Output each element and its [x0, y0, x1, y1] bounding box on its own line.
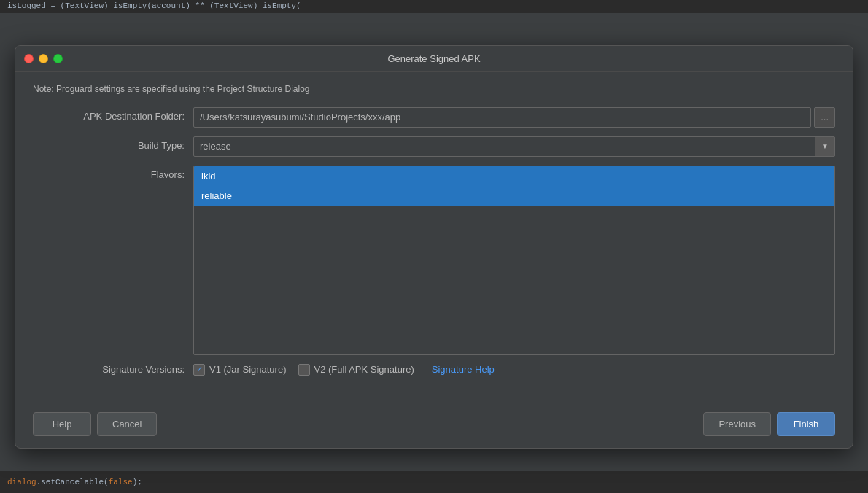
signature-label: Signature Versions: [33, 364, 193, 375]
v2-checkbox-wrap[interactable]: V2 (Full APK Signature) [298, 364, 414, 376]
destination-label: APK Destination Folder: [33, 107, 193, 122]
build-type-select[interactable]: release debug [193, 136, 835, 157]
destination-row: APK Destination Folder: ... [33, 107, 835, 128]
v1-checkbox[interactable]: ✓ [193, 364, 205, 376]
window-controls [24, 54, 63, 63]
flavors-list[interactable]: ikid reliable [193, 166, 835, 355]
destination-control: ... [193, 107, 835, 128]
note-text: Note: Proguard settings are specified us… [33, 84, 835, 94]
destination-input[interactable] [193, 107, 811, 128]
flavors-control: ikid reliable [193, 166, 835, 355]
signature-options: ✓ V1 (Jar Signature) V2 (Full APK Signat… [193, 364, 495, 376]
generate-signed-apk-dialog: Generate Signed APK Note: Proguard setti… [15, 45, 853, 449]
close-button[interactable] [24, 54, 34, 63]
build-type-label: Build Type: [33, 136, 193, 151]
flavors-label: Flavors: [33, 166, 193, 180]
minimize-button[interactable] [39, 54, 48, 63]
help-button[interactable]: Help [33, 412, 91, 436]
cancel-button[interactable]: Cancel [97, 412, 157, 436]
dialog-body: Note: Proguard settings are specified us… [15, 72, 853, 405]
flavor-item-reliable[interactable]: reliable [194, 186, 834, 206]
footer-right-buttons: Previous Finish [703, 412, 835, 436]
browse-button[interactable]: ... [814, 107, 835, 128]
v1-checkbox-wrap[interactable]: ✓ V1 (Jar Signature) [193, 364, 287, 376]
flavor-item-ikid[interactable]: ikid [194, 166, 834, 186]
build-type-row: Build Type: release debug ▼ [33, 136, 835, 157]
flavors-row: Flavors: ikid reliable [33, 166, 835, 355]
dialog-title: Generate Signed APK [387, 53, 480, 64]
v2-checkbox[interactable] [298, 364, 310, 376]
dialog-footer: Help Cancel Previous Finish [15, 405, 853, 448]
title-bar: Generate Signed APK [15, 46, 853, 72]
footer-left-buttons: Help Cancel [33, 412, 157, 436]
v2-label: V2 (Full APK Signature) [314, 364, 414, 375]
signature-row: Signature Versions: ✓ V1 (Jar Signature)… [33, 364, 835, 376]
previous-button[interactable]: Previous [703, 412, 771, 436]
build-type-select-wrap: release debug ▼ [193, 136, 835, 157]
build-type-control: release debug ▼ [193, 136, 835, 157]
maximize-button[interactable] [53, 54, 63, 63]
v1-label: V1 (Jar Signature) [209, 364, 287, 375]
signature-help-link[interactable]: Signature Help [432, 364, 495, 375]
finish-button[interactable]: Finish [777, 412, 835, 436]
